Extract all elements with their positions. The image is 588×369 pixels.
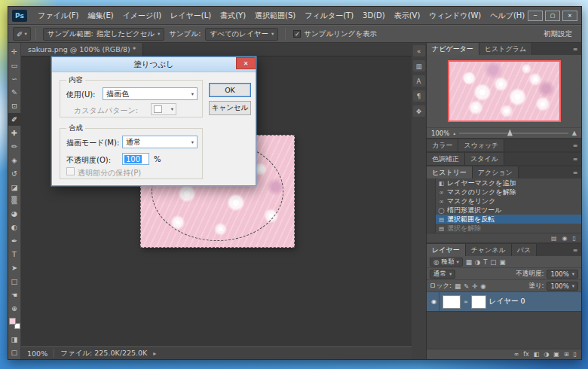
screen-mode-button[interactable]: ▢ <box>8 346 21 359</box>
layer-row[interactable]: ◉ ∞ レイヤー 0 <box>427 292 581 312</box>
zoom-out-icon[interactable]: ▴ <box>453 130 455 136</box>
lock-position-icon[interactable]: ✛ <box>472 282 477 290</box>
gradient-tool[interactable]: ▒ <box>8 194 21 207</box>
tab-color[interactable]: カラー <box>427 139 458 151</box>
zoom-in-icon[interactable]: ▲ <box>572 130 577 136</box>
cancel-button[interactable]: キャンセル <box>209 101 251 115</box>
menu-view[interactable]: 表示(V) <box>390 7 425 25</box>
blend-mode-dropdown[interactable]: 通常 ▾ <box>430 270 455 279</box>
history-source-checkbox[interactable] <box>427 188 436 197</box>
history-source-checkbox[interactable] <box>427 197 436 206</box>
menu-edit[interactable]: 編集(E) <box>84 7 118 25</box>
sample-size-dropdown[interactable]: サンプル範囲: 指定したピクセル ▾ <box>43 28 165 41</box>
eraser-tool[interactable]: ◪ <box>8 180 21 194</box>
menu-file[interactable]: ファイル(F) <box>33 7 84 25</box>
zoom-tool[interactable]: ⊕ <box>8 301 21 315</box>
path-selection-tool[interactable]: ➤ <box>8 261 21 275</box>
history-source-checkbox[interactable] <box>427 215 436 224</box>
lock-pixels-icon[interactable]: ✎ <box>464 282 469 290</box>
layer-name[interactable]: レイヤー 0 <box>489 297 525 306</box>
new-snapshot-icon[interactable]: ◉ <box>562 235 568 242</box>
filter-smart-object-icon[interactable]: ▣ <box>499 258 505 266</box>
zoom-level[interactable]: 100% <box>27 349 47 358</box>
opacity-input[interactable]: 100 <box>122 153 149 165</box>
paragraph-panel-icon[interactable]: ¶ <box>413 90 425 102</box>
menu-image[interactable]: イメージ(I) <box>118 7 166 25</box>
sample-layers-dropdown[interactable]: すべてのレイヤー ▾ <box>205 28 278 41</box>
pen-tool[interactable]: ✒ <box>8 234 21 248</box>
layer-visibility-eye-icon[interactable]: ◉ <box>429 292 439 311</box>
history-source-checkbox[interactable] <box>427 178 436 188</box>
shape-tool[interactable]: □ <box>8 274 21 288</box>
workspace-switcher[interactable]: 初期設定 <box>544 29 572 39</box>
menu-filter[interactable]: フィルター(T) <box>300 7 358 25</box>
menu-3d[interactable]: 3D(D) <box>358 7 390 25</box>
clone-stamp-tool[interactable]: ◈ <box>8 153 21 166</box>
close-button[interactable]: ✕ <box>562 11 577 21</box>
new-document-from-state-icon[interactable]: ▤ <box>551 235 557 242</box>
tab-paths[interactable]: パス <box>512 244 537 256</box>
swatches-panel-icon[interactable]: ▥ <box>413 60 425 72</box>
navigator-zoom-slider[interactable] <box>459 133 568 134</box>
new-layer-icon[interactable]: ⊞ <box>564 351 569 358</box>
tab-swatches[interactable]: スウォッチ <box>458 139 504 151</box>
panel-menu-icon[interactable]: ≡ <box>569 166 581 178</box>
quick-selection-tool[interactable]: ✎ <box>8 86 21 99</box>
new-group-icon[interactable]: ▣ <box>553 351 559 358</box>
hand-tool[interactable]: ☚ <box>8 288 21 301</box>
history-step[interactable]: ∞ マスクのリンクを解除 <box>427 188 581 197</box>
crop-tool[interactable]: ⊡ <box>8 99 21 113</box>
mask-link-icon[interactable]: ∞ <box>464 299 468 305</box>
blend-mode-dropdown[interactable]: 通常 ▾ <box>122 136 198 148</box>
history-source-checkbox[interactable] <box>427 206 436 215</box>
navigator-zoom-value[interactable]: 100% <box>431 130 449 137</box>
dodge-tool[interactable]: ◐ <box>8 221 21 234</box>
preserve-transparency-checkbox[interactable] <box>66 167 75 175</box>
history-step[interactable]: ◯ 楕円形選択ツール <box>427 206 581 215</box>
navigator-proxy-view[interactable] <box>448 60 561 122</box>
history-step[interactable]: ◧ レイヤーマスクを追加 <box>427 178 581 188</box>
panel-menu-icon[interactable]: ≡ <box>569 153 581 165</box>
history-source-checkbox[interactable] <box>427 224 436 233</box>
panel-menu-icon[interactable]: ≡ <box>569 43 581 55</box>
use-dropdown[interactable]: 描画色 ▾ <box>103 87 198 100</box>
minimize-button[interactable]: ─ <box>528 11 543 21</box>
menu-help[interactable]: ヘルプ(H) <box>485 7 529 25</box>
document-tab[interactable]: sakura.png @ 100% (RGB/8) * <box>21 43 143 56</box>
dialog-title-bar[interactable]: 塗りつぶし ✕ <box>52 57 256 72</box>
add-layer-mask-icon[interactable]: ◧ <box>534 351 540 358</box>
history-step-current[interactable]: ▤ 選択範囲を反転 <box>427 215 581 224</box>
layer-thumbnail[interactable] <box>443 295 461 309</box>
move-tool[interactable]: ✛ <box>8 45 21 59</box>
layer-style-icon[interactable]: fx <box>523 351 529 358</box>
layer-filter-dropdown[interactable]: ◎ 種類 ▾ <box>430 258 463 267</box>
eyedropper-tool[interactable]: ✐ <box>8 113 21 127</box>
filter-type-layers-icon[interactable]: T <box>483 258 487 266</box>
show-sampling-ring-checkbox[interactable]: ✓ サンプルリングを表示 <box>293 29 377 39</box>
status-menu-arrow-icon[interactable]: ▸ <box>153 350 156 357</box>
tool-preset-picker[interactable]: ✐ ▾ <box>13 27 31 41</box>
history-step[interactable]: ∞ マスクをリンク <box>427 197 581 206</box>
menu-type[interactable]: 書式(Y) <box>216 7 250 25</box>
tab-layers[interactable]: レイヤー <box>427 244 466 256</box>
menu-window[interactable]: ウィンドウ(W) <box>424 7 485 25</box>
delete-state-icon[interactable]: ▯ <box>573 235 576 242</box>
3d-panel-icon[interactable]: ✥ <box>413 105 425 117</box>
ok-button[interactable]: OK <box>209 83 251 97</box>
slider-handle[interactable] <box>507 130 513 136</box>
collapse-panels-icon[interactable]: « <box>413 45 425 56</box>
foreground-color-swatch[interactable] <box>9 318 16 325</box>
layer-opacity-dropdown[interactable]: 100% ▾ <box>547 270 578 279</box>
tab-history[interactable]: ヒストリー <box>427 166 473 178</box>
filter-pixel-layers-icon[interactable]: ▦ <box>466 258 472 266</box>
tab-adjustments[interactable]: 色調補正 <box>427 153 465 165</box>
photoshop-logo[interactable]: Ps <box>12 10 27 22</box>
tab-actions[interactable]: アクション <box>473 166 519 178</box>
layer-fill-dropdown[interactable]: 100% ▾ <box>547 282 578 291</box>
dialog-close-button[interactable]: ✕ <box>236 57 256 69</box>
quick-mask-button[interactable]: ◨ <box>8 332 21 346</box>
type-tool[interactable]: T <box>8 248 21 261</box>
delete-layer-icon[interactable]: ▯ <box>574 351 577 358</box>
maximize-button[interactable]: ▢ <box>545 11 560 21</box>
adjustment-layer-icon[interactable]: ◑ <box>544 351 549 358</box>
